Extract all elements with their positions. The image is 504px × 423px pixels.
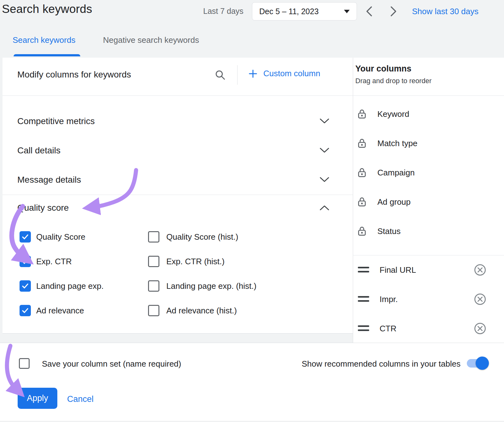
checkbox-label: Ad relevance (hist.) <box>166 305 237 316</box>
search-columns-button[interactable] <box>215 69 227 82</box>
section-label-competitive-metrics: Competitive metrics <box>17 114 95 128</box>
save-column-set-checkbox[interactable] <box>19 358 30 369</box>
show-last-30-days-link[interactable]: Show last 30 days <box>412 7 478 16</box>
chevron-right-icon <box>390 6 397 17</box>
footer-bar <box>0 343 504 423</box>
google-ads-columns-page: Search keywords Last 7 days Dec 5 – 11, … <box>0 0 504 423</box>
plus-icon <box>248 69 258 78</box>
draggable-column-ctr[interactable]: CTR <box>380 323 396 334</box>
check-icon <box>21 233 29 241</box>
checkbox-quality-score[interactable] <box>20 231 31 243</box>
your-columns-subtitle: Drag and drop to reorder <box>355 77 432 85</box>
search-icon <box>215 69 226 81</box>
locked-column-campaign: Campaign <box>377 167 415 178</box>
remove-circle-icon <box>474 322 486 335</box>
draggable-column-impr[interactable]: Impr. <box>380 294 398 305</box>
checkbox-label: Quality Score (hist.) <box>166 231 238 243</box>
section-label-call-details: Call details <box>17 144 60 157</box>
header-separator <box>237 65 238 85</box>
save-column-set-label: Save your column set (name required) <box>42 358 181 369</box>
custom-column-label: Custom column <box>263 69 320 78</box>
check-icon <box>21 257 29 266</box>
chevron-down-icon[interactable] <box>319 147 330 155</box>
chevron-up-icon[interactable] <box>319 205 330 212</box>
date-range-value: Dec 5 – 11, 2023 <box>259 7 319 16</box>
remove-column-ctr-button[interactable] <box>474 322 486 335</box>
section-divider <box>3 195 353 195</box>
page-title: Search keywords <box>2 3 92 16</box>
panel-title: Modify columns for keywords <box>17 70 131 80</box>
footer-bottom-border <box>0 421 504 421</box>
locked-column-ad-group: Ad group <box>377 196 411 208</box>
locked-column-match-type: Match type <box>377 138 417 149</box>
checkbox-label: Ad relevance <box>36 305 84 316</box>
locked-column-keyword: Keyword <box>377 108 409 120</box>
checkbox-landing-page-exp[interactable] <box>20 280 31 292</box>
panel-bottom-gap <box>3 333 353 343</box>
cancel-button[interactable]: Cancel <box>67 393 94 405</box>
draggable-column-final-url[interactable]: Final URL <box>380 264 416 276</box>
remove-column-final-url-button[interactable] <box>474 264 486 276</box>
sidebar-divider <box>353 255 504 255</box>
chevron-left-icon <box>366 6 373 17</box>
checkbox-label: Exp. CTR <box>36 256 72 267</box>
chevron-down-icon[interactable] <box>319 176 330 184</box>
lock-icon <box>357 167 367 179</box>
caret-down-icon <box>344 10 350 13</box>
checkbox-exp-ctr[interactable] <box>20 256 31 267</box>
recommended-columns-label: Show recommended columns in your tables <box>302 358 461 369</box>
lock-icon <box>357 109 367 121</box>
checkbox-label: Landing page exp. (hist.) <box>166 280 256 292</box>
checkbox-label: Quality Score <box>36 231 85 243</box>
checkbox-landing-page-exp-hist[interactable] <box>148 280 159 292</box>
lock-icon <box>357 197 367 209</box>
drag-handle-icon[interactable] <box>358 296 369 302</box>
checkbox-ad-relevance-hist[interactable] <box>148 305 159 316</box>
section-label-quality-score: Quality score <box>17 201 69 215</box>
check-icon <box>21 282 29 290</box>
panel-vertical-divider <box>353 58 353 343</box>
tab-negative-search-keywords[interactable]: Negative search keywords <box>103 35 199 45</box>
checkbox-label: Landing page exp. <box>36 280 104 292</box>
tab-search-keywords[interactable]: Search keywords <box>13 35 75 45</box>
checkbox-exp-ctr-hist[interactable] <box>148 256 159 267</box>
lock-icon <box>357 138 367 150</box>
checkbox-label: Exp. CTR (hist.) <box>166 256 225 267</box>
apply-button[interactable]: Apply <box>18 388 57 409</box>
date-range-selector[interactable]: Dec 5 – 11, 2023 <box>252 2 357 20</box>
remove-column-impr-button[interactable] <box>474 293 486 306</box>
panel-header-divider <box>3 95 504 96</box>
drag-handle-icon[interactable] <box>358 267 369 272</box>
section-label-message-details: Message details <box>17 173 81 187</box>
locked-column-status: Status <box>377 226 401 237</box>
drag-handle-icon[interactable] <box>358 325 369 331</box>
checkbox-quality-score-hist[interactable] <box>148 231 159 243</box>
next-date-range-button[interactable] <box>388 5 399 18</box>
recommended-columns-toggle[interactable] <box>467 357 493 370</box>
custom-column-button[interactable]: Custom column <box>248 69 320 78</box>
remove-circle-icon <box>474 293 486 306</box>
chevron-down-icon[interactable] <box>319 118 330 125</box>
lock-icon <box>357 226 367 238</box>
toggle-knob <box>476 357 489 370</box>
your-columns-title: Your columns <box>355 64 411 74</box>
checkbox-ad-relevance[interactable] <box>20 305 31 316</box>
active-tab-underline <box>14 54 80 56</box>
remove-circle-icon <box>474 264 486 276</box>
period-label: Last 7 days <box>203 7 243 16</box>
previous-date-range-button[interactable] <box>364 5 375 18</box>
check-icon <box>21 306 29 315</box>
